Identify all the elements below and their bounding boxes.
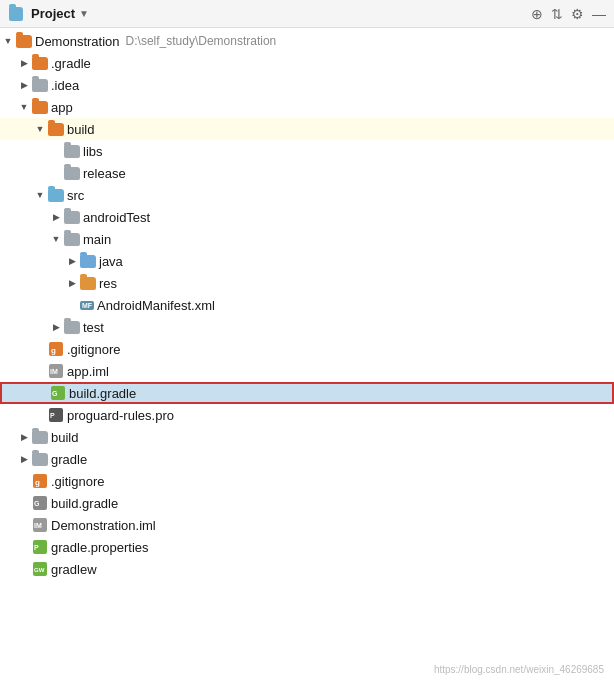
tree-item-label: libs <box>83 144 103 159</box>
tree-item-build-root[interactable]: build <box>0 426 614 448</box>
tree-item-proguard[interactable]: Pproguard-rules.pro <box>0 404 614 426</box>
tree-item-src[interactable]: src <box>0 184 614 206</box>
svg-text:G: G <box>34 500 40 507</box>
svg-text:GW: GW <box>34 567 45 573</box>
file-iml-icon: IM <box>32 517 48 533</box>
tree-item-label: app <box>51 100 73 115</box>
tree-item-build-gradle-app[interactable]: Gbuild.gradle <box>0 382 614 404</box>
svg-text:g: g <box>51 346 56 355</box>
file-proguard-icon: P <box>48 407 64 423</box>
svg-text:P: P <box>50 412 55 419</box>
tree-item-app[interactable]: app <box>0 96 614 118</box>
file-tree[interactable]: DemonstrationD:\self_study\Demonstration… <box>0 28 614 685</box>
globe-icon[interactable]: ⊕ <box>531 6 543 22</box>
expand-arrow[interactable] <box>16 429 32 445</box>
file-properties-icon: P <box>32 539 48 555</box>
expand-arrow[interactable] <box>32 187 48 203</box>
expand-arrow[interactable] <box>16 55 32 71</box>
tree-item-build-gradle-root[interactable]: Gbuild.gradle <box>0 492 614 514</box>
expand-arrow[interactable] <box>16 77 32 93</box>
folder-gray-icon <box>32 429 48 445</box>
tree-item-gradle-root[interactable]: gradle <box>0 448 614 470</box>
tree-item-label: java <box>99 254 123 269</box>
tree-item-build[interactable]: build <box>0 118 614 140</box>
tree-item-label: build <box>51 430 78 445</box>
tree-item-label: Demonstration.iml <box>51 518 156 533</box>
tree-item-res[interactable]: res <box>0 272 614 294</box>
tree-item-libs[interactable]: libs <box>0 140 614 162</box>
expand-arrow[interactable] <box>0 33 16 49</box>
tree-item-gitignore-app[interactable]: g.gitignore <box>0 338 614 360</box>
minimize-icon[interactable]: — <box>592 6 606 22</box>
tree-item-label: gradlew <box>51 562 97 577</box>
tree-item-label: .gradle <box>51 56 91 71</box>
title-bar: Project ▼ ⊕ ⇅ ⚙ — <box>0 0 614 28</box>
folder-gray-icon <box>32 77 48 93</box>
folder-gray-icon <box>64 231 80 247</box>
tree-item-label: AndroidManifest.xml <box>97 298 215 313</box>
tree-item-app-iml[interactable]: IMapp.iml <box>0 360 614 382</box>
folder-gray-icon <box>32 451 48 467</box>
tree-item-label: .gitignore <box>51 474 104 489</box>
title-bar-actions: ⊕ ⇅ ⚙ — <box>531 6 606 22</box>
expand-arrow[interactable] <box>64 275 80 291</box>
expand-arrow[interactable] <box>48 319 64 335</box>
file-gradle-gray-icon: G <box>32 495 48 511</box>
tree-item-gradle-properties[interactable]: Pgradle.properties <box>0 536 614 558</box>
tree-item-java[interactable]: java <box>0 250 614 272</box>
tree-item-label: main <box>83 232 111 247</box>
tree-item-label: Demonstration <box>35 34 120 49</box>
tree-item-label: androidTest <box>83 210 150 225</box>
file-gradle-green-icon: G <box>50 385 66 401</box>
folder-orange-icon <box>48 121 64 137</box>
tree-item-label: release <box>83 166 126 181</box>
tree-item-gradle[interactable]: .gradle <box>0 52 614 74</box>
folder-gray-icon <box>64 143 80 159</box>
dropdown-arrow-icon[interactable]: ▼ <box>79 8 89 19</box>
folder-orange-icon <box>16 33 32 49</box>
folder-gray-icon <box>64 319 80 335</box>
tree-item-label: build <box>67 122 94 137</box>
expand-arrow[interactable] <box>64 253 80 269</box>
tree-item-label: build.gradle <box>69 386 136 401</box>
file-gradlew-icon: GW <box>32 561 48 577</box>
tree-item-idea[interactable]: .idea <box>0 74 614 96</box>
tree-item-label: res <box>99 276 117 291</box>
file-gitignore-icon: g <box>48 341 64 357</box>
folder-java-icon <box>80 253 96 269</box>
folder-orange-icon <box>32 99 48 115</box>
tree-item-label: gradle.properties <box>51 540 149 555</box>
file-gitignore-icon: g <box>32 473 48 489</box>
split-icon[interactable]: ⇅ <box>551 6 563 22</box>
tree-item-androidmanifest[interactable]: MFAndroidManifest.xml <box>0 294 614 316</box>
svg-text:IM: IM <box>50 368 58 375</box>
svg-text:P: P <box>34 544 39 551</box>
tree-item-label: src <box>67 188 84 203</box>
folder-gray-icon <box>64 209 80 225</box>
file-iml-icon: IM <box>48 363 64 379</box>
panel-title: Project <box>31 6 75 21</box>
tree-item-main[interactable]: main <box>0 228 614 250</box>
tree-item-release[interactable]: release <box>0 162 614 184</box>
tree-item-gitignore-root[interactable]: g.gitignore <box>0 470 614 492</box>
project-folder-icon <box>8 6 24 22</box>
watermark-text: https://blog.csdn.net/weixin_46269685 <box>434 664 604 675</box>
tree-item-test[interactable]: test <box>0 316 614 338</box>
tree-item-androidTest[interactable]: androidTest <box>0 206 614 228</box>
expand-arrow[interactable] <box>48 231 64 247</box>
expand-arrow[interactable] <box>16 99 32 115</box>
expand-arrow[interactable] <box>32 121 48 137</box>
gear-icon[interactable]: ⚙ <box>571 6 584 22</box>
tree-item-label: proguard-rules.pro <box>67 408 174 423</box>
tree-item-demonstration-iml[interactable]: IMDemonstration.iml <box>0 514 614 536</box>
tree-item-demonstration[interactable]: DemonstrationD:\self_study\Demonstration <box>0 30 614 52</box>
svg-text:G: G <box>52 390 58 397</box>
expand-arrow[interactable] <box>48 209 64 225</box>
tree-item-gradlew[interactable]: GWgradlew <box>0 558 614 580</box>
title-bar-left: Project ▼ <box>8 6 89 22</box>
svg-text:IM: IM <box>34 522 42 529</box>
folder-blue-icon <box>48 187 64 203</box>
folder-gray-icon <box>64 165 80 181</box>
expand-arrow[interactable] <box>16 451 32 467</box>
tree-item-label: app.iml <box>67 364 109 379</box>
